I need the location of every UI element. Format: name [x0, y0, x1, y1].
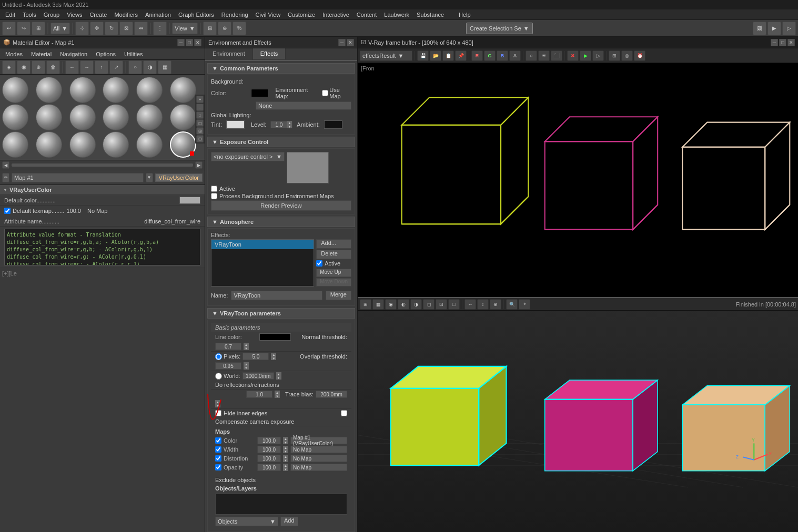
w-up[interactable]: ▲ — [276, 372, 281, 376]
exposure-control-header[interactable]: ▼ Exposure Control — [207, 137, 355, 147]
map-dist-name-btn[interactable]: No Map — [290, 455, 347, 462]
mat-sphere-15[interactable] — [69, 131, 96, 158]
op-down[interactable]: ▼ — [275, 394, 280, 398]
scale-btn[interactable]: ⊠ — [119, 22, 133, 35]
vray-restore[interactable]: □ — [779, 39, 786, 46]
obj-type-dropdown[interactable]: Objects ▼ — [215, 517, 278, 526]
mat-sphere-11[interactable] — [136, 104, 163, 130]
rotate-btn[interactable]: ↻ — [105, 22, 118, 35]
move-up-btn[interactable]: Move Up — [316, 269, 351, 277]
mat-side-btn5[interactable]: ⊞ — [196, 127, 204, 135]
vray-open[interactable]: 📂 — [430, 50, 441, 61]
md-down[interactable]: ▼ — [283, 458, 288, 462]
hide-inner-checkbox[interactable] — [215, 410, 221, 416]
map-width-check[interactable] — [215, 446, 221, 453]
map-dist-check[interactable] — [215, 455, 221, 462]
bv-btn10[interactable]: ↕ — [477, 299, 489, 310]
level-up[interactable]: ▲ — [287, 121, 292, 125]
mat-backlight[interactable]: ◑ — [143, 60, 157, 74]
tab-effects[interactable]: Effects — [253, 48, 286, 60]
bg-color-swatch[interactable] — [251, 89, 268, 97]
effects-result-dropdown[interactable]: effectsResult ▼ — [360, 50, 412, 61]
menu-tools[interactable]: Tools — [19, 11, 39, 19]
mat-delete[interactable]: 🗑 — [46, 60, 60, 74]
px-spin[interactable]: ▲ ▼ — [271, 353, 276, 360]
level-arrows[interactable]: ▲ ▼ — [287, 121, 292, 128]
nt-up[interactable]: ▲ — [244, 343, 249, 346]
menu-rendering[interactable]: Rendering — [218, 11, 251, 19]
mat-get-mat[interactable]: ◈ — [2, 60, 16, 74]
menu-graph-editors[interactable]: Graph Editors — [175, 11, 217, 19]
tb-up[interactable]: ▲ — [215, 400, 220, 404]
mat-sphere-2[interactable] — [36, 77, 62, 103]
tb-down[interactable]: ▼ — [215, 404, 220, 407]
mat-nav4[interactable]: ↗ — [109, 60, 123, 74]
mat-assign[interactable]: ⊕ — [32, 60, 45, 74]
menu-views[interactable]: Views — [64, 11, 85, 19]
nav-utilities[interactable]: Utilities — [120, 50, 147, 58]
bv-btn2[interactable]: ▦ — [372, 299, 384, 310]
view-dropdown[interactable]: View ▼ — [172, 23, 198, 34]
menu-laubwerk[interactable]: Substance — [413, 11, 447, 19]
mat-side-btn4[interactable]: ◻ — [196, 119, 204, 127]
mat-nav3[interactable]: ↑ — [95, 60, 108, 74]
map-width-name-btn[interactable]: No Map — [290, 446, 347, 453]
vray-copy[interactable]: 📋 — [442, 50, 454, 61]
default-texmap-checkbox[interactable] — [4, 208, 11, 214]
default-color-swatch[interactable] — [179, 197, 200, 204]
mat-sphere-4[interactable] — [103, 77, 129, 103]
mat-sphere-7[interactable] — [2, 104, 28, 130]
vray-stop[interactable]: ⬛ — [551, 50, 562, 61]
scroll-right[interactable]: ▶ — [195, 161, 203, 169]
create-selection-button[interactable]: Create Selection Se ▼ — [466, 23, 533, 34]
env-close[interactable]: ✕ — [347, 39, 354, 46]
tab-environment[interactable]: Environment — [205, 48, 253, 60]
env-minimize[interactable]: ─ — [338, 39, 346, 46]
mat-sphere-17[interactable] — [136, 131, 163, 158]
md-spin[interactable]: ▲ ▼ — [283, 455, 288, 462]
mat-sphere-8[interactable] — [36, 104, 62, 130]
menu-arnold[interactable]: Help — [456, 11, 474, 19]
mo-spin[interactable]: ▲ ▼ — [283, 464, 288, 471]
render-btn[interactable]: ▶ — [767, 22, 781, 35]
map-name-input[interactable] — [12, 173, 144, 182]
mat-sphere-3[interactable] — [69, 77, 96, 103]
op-up[interactable]: ▲ — [275, 391, 280, 394]
level-down[interactable]: ▼ — [287, 125, 292, 128]
bv-btn11[interactable]: ⊕ — [490, 299, 501, 310]
menu-create[interactable]: Create — [86, 11, 110, 19]
md-up[interactable]: ▲ — [283, 455, 288, 458]
bv-btn13[interactable]: ⌖ — [519, 299, 530, 310]
menu-modifiers[interactable]: Modifiers — [111, 11, 141, 19]
bv-btn3[interactable]: ◉ — [385, 299, 397, 310]
render-frame-btn[interactable]: ▷ — [782, 22, 796, 35]
use-map-checkbox[interactable] — [322, 90, 328, 96]
percent-btn[interactable]: % — [233, 22, 246, 35]
exposure-active-checkbox[interactable] — [211, 186, 217, 192]
grid-btn[interactable]: ⊞ — [203, 22, 217, 35]
nt-spin[interactable]: ▲ ▼ — [244, 343, 249, 350]
menu-edit[interactable]: Edit — [2, 11, 18, 19]
mat-nav1[interactable]: ← — [65, 60, 79, 74]
nav-options[interactable]: Options — [92, 50, 120, 58]
mat-background[interactable]: ▦ — [158, 60, 171, 74]
mc-spin[interactable]: ▲ ▼ — [283, 437, 288, 444]
menu-scripting[interactable]: Interactive — [319, 11, 352, 19]
mat-side-btn2[interactable]: - — [196, 104, 204, 111]
menu-group[interactable]: Group — [41, 11, 63, 19]
merge-btn[interactable]: Merge — [326, 291, 351, 300]
mat-sphere-9[interactable] — [69, 104, 96, 130]
toolbar-redo[interactable]: ↪ — [17, 22, 31, 35]
vray-rgb-b[interactable]: B — [497, 50, 508, 61]
vray-lens[interactable]: ◎ — [621, 50, 633, 61]
menu-animation[interactable]: Animation — [142, 11, 174, 19]
mo-down[interactable]: ▼ — [283, 467, 288, 471]
mat-pen-icon[interactable]: ✏ — [2, 173, 9, 182]
mat-sphere-12[interactable] — [170, 104, 196, 130]
vray-minimize[interactable]: ─ — [771, 39, 778, 46]
bv-btn6[interactable]: ◻ — [423, 299, 435, 310]
mat-sphere-1[interactable] — [2, 77, 28, 103]
menu-substance[interactable] — [448, 14, 454, 16]
vray-render[interactable]: ▶ — [580, 50, 591, 61]
process-bg-checkbox[interactable] — [211, 193, 217, 199]
